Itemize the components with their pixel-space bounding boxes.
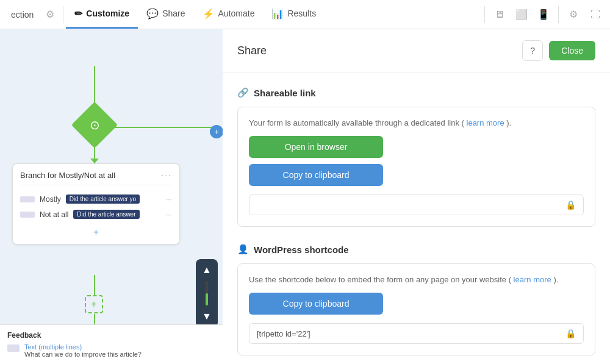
shortcode-input[interactable] — [257, 329, 565, 338]
share-icon: 💬 — [146, 8, 159, 20]
plus-button-right[interactable]: + — [210, 125, 223, 138]
zoom-fill — [206, 293, 208, 305]
main-content: ⊙ + Branch for Mostly/Not at all ··· Mos… — [0, 29, 610, 364]
branch-item-not-at-all[interactable]: Not at all Did the article answer ··· — [20, 207, 172, 222]
gear-icon[interactable]: ⚙ — [40, 9, 60, 20]
top-navigation: ection ⚙ ✏ Customize 💬 Share ⚡ Automate … — [0, 0, 610, 29]
wordpress-description: Use the shortcode below to embed the for… — [249, 275, 584, 284]
feedback-type: Text (multiple lines) — [24, 343, 142, 351]
flow-canvas: ⊙ + Branch for Mostly/Not at all ··· Mos… — [0, 29, 223, 364]
results-label: Results — [287, 9, 316, 18]
lock-icon: 🔒 — [565, 200, 576, 210]
wordpress-title-text: WordPress shortcode — [254, 244, 349, 255]
branch-mostly-label: Mostly — [40, 195, 61, 204]
v-line-bottom — [94, 275, 95, 295]
add-branch-button[interactable]: + — [20, 222, 172, 238]
feedback-section: Feedback Text (multiple lines) What can … — [0, 324, 223, 364]
branch-card-title-text: Branch for Mostly/Not at all — [20, 171, 115, 180]
branch-mostly-tag: Did the article answer yo — [66, 194, 140, 204]
flow-canvas-panel: ⊙ + Branch for Mostly/Not at all ··· Mos… — [0, 29, 223, 364]
share-panel-title: Share — [237, 45, 267, 57]
branch-bar-not-at-all — [20, 212, 35, 218]
open-browser-button[interactable]: Open in browser — [249, 136, 383, 158]
shareable-icon: 🔗 — [237, 87, 249, 98]
share-body: 🔗 Shareable link Your form is automatica… — [223, 73, 610, 364]
share-header-actions: ? Close — [522, 40, 595, 61]
branch-card: Branch for Mostly/Not at all ··· Mostly … — [12, 163, 180, 244]
shareable-section-title: 🔗 Shareable link — [237, 87, 595, 98]
tablet-icon[interactable]: ⬜ — [512, 5, 531, 24]
arrow-down — [90, 159, 99, 163]
branch-card-menu[interactable]: ··· — [161, 170, 172, 180]
results-icon: 📊 — [271, 8, 284, 20]
branch-not-at-all-dots[interactable]: ··· — [166, 210, 172, 219]
zoom-controls: ▲ ▼ — [196, 259, 218, 327]
feedback-title: Feedback — [7, 331, 215, 340]
feedback-content: Text (multiple lines) What can we do to … — [24, 343, 142, 358]
share-panel: Share ? Close 🔗 Shareable link Your form… — [223, 29, 610, 364]
shortcode-input-row: 🔒 — [249, 323, 584, 344]
help-button[interactable]: ? — [522, 40, 543, 61]
close-button[interactable]: Close — [549, 41, 595, 60]
branch-bar-mostly — [20, 196, 35, 202]
feedback-question: What can we do to improve this article? — [24, 351, 142, 358]
branch-mostly-dots[interactable]: ··· — [166, 195, 172, 204]
copy-clipboard-button-2[interactable]: Copy to clipboard — [249, 293, 383, 315]
section-label: ection — [5, 10, 40, 20]
monitor-icon[interactable]: 🖥 — [490, 5, 509, 24]
wordpress-section-title: 👤 WordPress shortcode — [237, 244, 595, 255]
branch-not-at-all-label: Not at all — [40, 210, 68, 219]
zoom-down-button[interactable]: ▼ — [198, 308, 215, 325]
wordpress-box: Use the shortcode below to embed the for… — [237, 263, 595, 355]
dashed-plus-node[interactable]: + — [85, 295, 103, 313]
diamond-icon[interactable]: ⊙ — [78, 109, 111, 141]
connector-horizontal — [111, 127, 215, 128]
feedback-item: Text (multiple lines) What can we do to … — [7, 343, 215, 358]
nav-share[interactable]: 💬 Share — [138, 0, 193, 29]
wordpress-icon: 👤 — [237, 244, 249, 255]
automate-icon: ⚡ — [203, 8, 215, 20]
branch-not-at-all-tag: Did the article answer — [73, 210, 139, 219]
customize-icon: ✏ — [74, 8, 82, 20]
nav-results[interactable]: 📊 Results — [263, 0, 325, 29]
nav-separator-2 — [484, 6, 485, 23]
customize-label: Customize — [86, 9, 129, 18]
branch-item-mostly[interactable]: Mostly Did the article answer yo ··· — [20, 191, 172, 207]
settings-icon[interactable]: ⚙ — [564, 5, 583, 24]
feedback-bar — [7, 344, 20, 352]
nav-right-icons: 🖥 ⬜ 📱 ⚙ ⛶ — [482, 5, 605, 24]
nav-customize[interactable]: ✏ Customize — [66, 0, 138, 29]
nav-separator — [63, 6, 63, 23]
share-header: Share ? Close — [223, 29, 610, 73]
branch-card-header: Branch for Mostly/Not at all ··· — [20, 170, 172, 185]
nav-separator-3 — [558, 6, 559, 23]
url-input[interactable] — [257, 201, 565, 210]
zoom-up-button[interactable]: ▲ — [198, 262, 215, 279]
expand-icon[interactable]: ⛶ — [586, 5, 605, 24]
share-label: Share — [162, 9, 185, 18]
url-input-row: 🔒 — [249, 194, 584, 215]
shareable-box: Your form is automatically available thr… — [237, 107, 595, 227]
wordpress-learn-more[interactable]: learn more — [514, 275, 551, 284]
zoom-track — [206, 281, 208, 305]
shareable-title-text: Shareable link — [254, 88, 316, 98]
copy-clipboard-button-1[interactable]: Copy to clipboard — [249, 164, 383, 186]
shareable-description: Your form is automatically available thr… — [249, 118, 584, 127]
automate-label: Automate — [218, 9, 255, 18]
shareable-learn-more[interactable]: learn more — [467, 118, 504, 127]
phone-icon[interactable]: 📱 — [534, 5, 553, 24]
shortcode-lock-icon: 🔒 — [565, 329, 576, 338]
nav-automate[interactable]: ⚡ Automate — [194, 0, 264, 29]
